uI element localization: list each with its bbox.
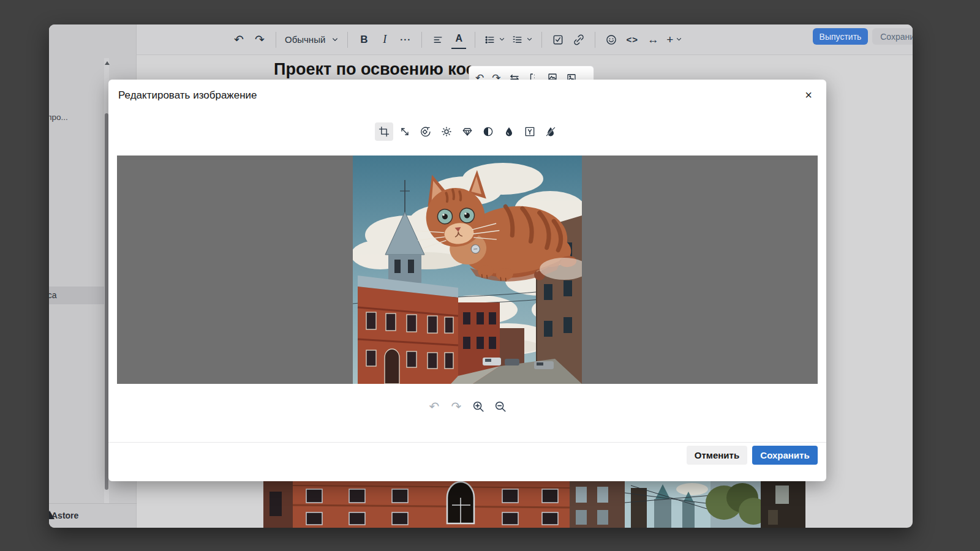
link-icon xyxy=(573,34,585,46)
zoom-in-icon xyxy=(472,400,485,413)
toolbar-separator xyxy=(595,32,595,48)
chevron-down-icon xyxy=(526,36,533,43)
zoom-in-button[interactable] xyxy=(472,400,485,413)
numbered-list-icon xyxy=(511,34,524,46)
chevron-down-icon xyxy=(499,36,505,43)
article-image[interactable] xyxy=(263,481,805,528)
bullet-list-icon xyxy=(484,34,496,46)
link-button[interactable] xyxy=(571,31,586,49)
tool-saturation-button[interactable] xyxy=(500,122,518,141)
align-left-icon xyxy=(432,34,444,46)
sidebar-item-truncated[interactable]: о про... xyxy=(49,113,68,122)
droplet-icon xyxy=(503,126,515,138)
numbered-list-button[interactable] xyxy=(511,31,533,49)
bullet-list-button[interactable] xyxy=(484,31,505,49)
publish-button[interactable]: Выпустить xyxy=(813,28,868,45)
article-title[interactable]: Проект по освоению кос xyxy=(274,60,475,79)
toolbar-separator xyxy=(541,32,542,48)
emoji-icon xyxy=(605,34,617,46)
redo-button[interactable]: ↷ xyxy=(252,31,267,49)
tool-contrast-button[interactable] xyxy=(479,122,497,141)
emoji-button[interactable] xyxy=(604,31,619,49)
tool-resize-button[interactable] xyxy=(396,122,414,141)
undo-icon: ↶ xyxy=(429,400,440,413)
chevron-down-icon xyxy=(676,36,682,43)
chevron-down-icon xyxy=(331,36,339,43)
undo-button[interactable]: ↶ xyxy=(232,31,246,49)
sidebar-item-selected-label: оса xyxy=(49,290,57,300)
tool-blur-button[interactable] xyxy=(541,122,560,141)
tool-clarity-button[interactable] xyxy=(458,122,477,141)
align-button[interactable] xyxy=(431,31,445,49)
save-draft-button[interactable]: Сохранить xyxy=(872,28,913,45)
scroll-up-arrow-icon[interactable] xyxy=(105,61,110,65)
cancel-button[interactable]: Отменить xyxy=(687,446,747,465)
tool-grayscale-button[interactable] xyxy=(521,122,539,141)
tool-rotate-button[interactable] xyxy=(417,122,435,141)
paragraph-style-select[interactable]: Обычный xyxy=(285,31,339,49)
editor-toolbar: ↶ ↷ Обычный B I ··· A xyxy=(137,24,913,55)
stage-controls: ↶ ↷ xyxy=(108,400,826,413)
resize-icon xyxy=(399,126,411,138)
toolbar-separator xyxy=(475,32,475,48)
gem-icon xyxy=(461,126,473,138)
luma-y-icon xyxy=(524,126,536,138)
paragraph-style-label: Обычный xyxy=(285,34,325,45)
edit-image-modal: Редактировать изображение × xyxy=(108,80,826,481)
image-tools-toolbar xyxy=(108,122,826,143)
add-block-button[interactable]: + xyxy=(666,31,682,49)
crop-icon xyxy=(378,126,390,138)
modal-footer-divider xyxy=(108,442,826,443)
redo-icon: ↷ xyxy=(451,400,462,413)
horizontal-rule-button[interactable]: ↔ xyxy=(646,31,660,49)
checkbox-icon xyxy=(552,34,564,46)
checklist-button[interactable] xyxy=(551,31,565,49)
image-edit-stage[interactable] xyxy=(117,156,818,384)
rotate-icon xyxy=(420,126,432,138)
text-color-button[interactable]: A xyxy=(451,31,466,49)
sidebar-item-selected[interactable]: оса xyxy=(49,287,109,304)
droplet-off-icon xyxy=(545,126,557,138)
save-button[interactable]: Сохранить xyxy=(752,446,818,465)
tool-crop-button[interactable] xyxy=(375,122,393,141)
stage-redo-button[interactable]: ↷ xyxy=(450,400,463,413)
toolbar-separator xyxy=(276,32,276,48)
bold-button[interactable]: B xyxy=(356,31,371,49)
modal-title: Редактировать изображение xyxy=(118,89,257,102)
plus-icon: + xyxy=(666,34,673,45)
stage-undo-button[interactable]: ↶ xyxy=(428,400,441,413)
brightness-icon xyxy=(440,126,453,138)
more-formatting-button[interactable]: ··· xyxy=(398,31,413,49)
cat-city-illustration xyxy=(353,156,582,384)
zoom-out-button[interactable] xyxy=(494,400,507,413)
close-icon[interactable]: × xyxy=(801,87,816,103)
contrast-icon xyxy=(482,126,494,138)
toolbar-separator xyxy=(421,32,422,48)
code-button[interactable]: <> xyxy=(625,31,639,49)
tool-brightness-button[interactable] xyxy=(437,122,456,141)
sidebar-footer: Astore xyxy=(49,503,137,528)
zoom-out-icon xyxy=(494,400,507,413)
toolbar-separator xyxy=(347,32,348,48)
brand-name: Astore xyxy=(51,511,78,520)
italic-button[interactable]: I xyxy=(377,31,392,49)
